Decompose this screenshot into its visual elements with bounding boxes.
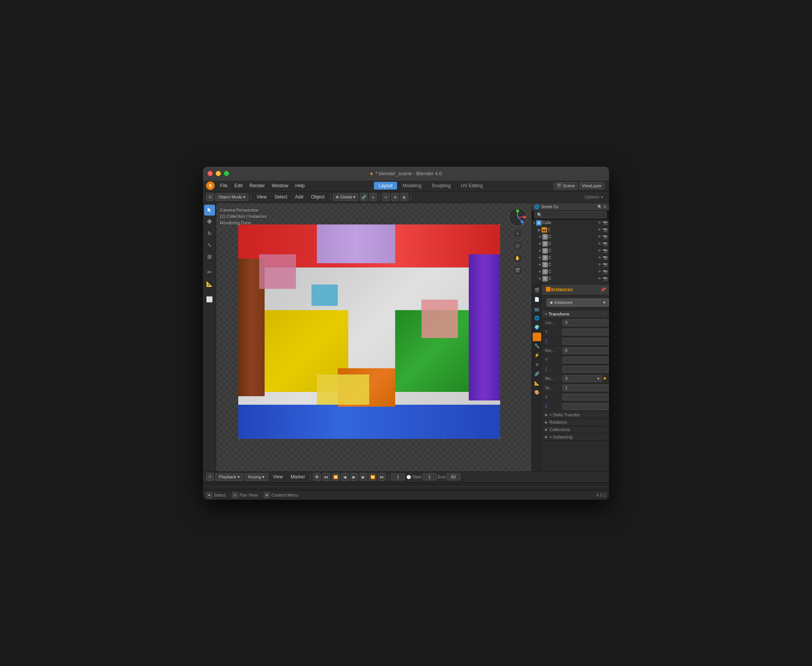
jump-next-key-button[interactable]: ⏩ (369, 473, 377, 481)
relations-section[interactable]: ▶ Relations ⋯ (542, 419, 609, 426)
mode-dot[interactable] (604, 377, 606, 380)
step-forward-button[interactable]: ▶ (360, 473, 367, 481)
pivot-dropdown[interactable]: ⊕ Global ▾ (333, 193, 359, 201)
item6-eye-icon[interactable]: 👁 (598, 269, 602, 274)
cursor-tool[interactable] (204, 205, 215, 216)
outliner-item-4[interactable]: ▼ ▽ C 👁 📷 (532, 254, 609, 261)
outliner-item-7[interactable]: ▼ ▽ C 👁 📷 (532, 275, 609, 282)
transform-tool[interactable]: ⊞ (204, 251, 215, 262)
object-mode-dropdown[interactable]: Object Mode ▾ (215, 193, 248, 201)
fullscreen-button[interactable] (224, 171, 229, 176)
item7-cam-icon[interactable]: 📷 (603, 276, 607, 281)
camera-exclude-icon[interactable]: 📷 (603, 221, 607, 225)
toolbar-object[interactable]: Object (308, 193, 328, 200)
outliner-filter-icon[interactable]: 🔍 (597, 205, 602, 209)
measure-tool[interactable]: 📐 (204, 278, 215, 289)
loc-z-input[interactable] (563, 338, 609, 345)
item-cam-icon[interactable]: 📷 (603, 228, 607, 232)
play-button[interactable]: ▶ (350, 473, 358, 481)
item5-eye-icon[interactable]: 👁 (598, 262, 602, 267)
move-tool[interactable]: ✥ (204, 216, 215, 227)
camera-view-button[interactable]: 🎥 (512, 240, 523, 251)
outliner-item-2[interactable]: ▼ ▽ C 👁 📷 (532, 240, 609, 247)
outliner-item-cam[interactable]: ▶ 📷 C 👁 📷 (532, 226, 609, 233)
snap-icon[interactable]: 🔗 (360, 193, 368, 201)
rot-z-input[interactable] (563, 366, 609, 373)
constraints-properties-icon[interactable]: 🔗 (533, 370, 541, 378)
item4-cam-icon[interactable]: 📷 (603, 255, 607, 260)
mode-dropdown[interactable]: X ▾ (563, 375, 602, 382)
timeline-track[interactable] (203, 483, 609, 490)
header-menu-icon[interactable]: ☰ (206, 193, 214, 201)
viewport-shading-icon[interactable]: ◐ (401, 193, 408, 201)
item-eye-icon[interactable]: 👁 (598, 228, 602, 232)
render-properties-icon[interactable]: 🎬 (533, 286, 541, 295)
pin-icon[interactable]: 📌 (600, 287, 606, 292)
outliner-search-input[interactable] (534, 211, 607, 218)
outliner-item-3[interactable]: ▼ ▽ C 👁 📷 (532, 247, 609, 254)
render-preview-button[interactable]: 🎬 (512, 265, 523, 276)
toolbar-view[interactable]: View (253, 193, 270, 200)
workspace-layout[interactable]: Layout (374, 182, 397, 190)
menu-help[interactable]: Help (292, 182, 308, 189)
add-cube-tool[interactable]: ⬜ (204, 294, 215, 305)
start-frame-input[interactable] (423, 473, 437, 480)
outliner-item-5[interactable]: ▼ ▽ C 👁 📷 (532, 261, 609, 268)
zoom-in-button[interactable]: + (512, 228, 523, 239)
particles-properties-icon[interactable]: ⚡ (533, 351, 541, 360)
menu-edit[interactable]: Edit (231, 182, 246, 189)
modifier-properties-icon[interactable]: 🔧 (533, 342, 541, 350)
annotate-tool[interactable]: ✏ (204, 267, 215, 278)
menu-render[interactable]: Render (246, 182, 268, 189)
world-properties-icon[interactable]: 🌍 (533, 323, 541, 332)
data-properties-icon[interactable]: 📐 (533, 379, 541, 388)
gizmo-icon[interactable]: ⊞ (391, 193, 399, 201)
end-frame-input[interactable] (446, 473, 460, 480)
item1-eye-icon[interactable]: 👁 (598, 235, 602, 239)
scale-tool[interactable]: ⤡ (204, 240, 215, 250)
item5-cam-icon[interactable]: 📷 (603, 262, 607, 267)
object-properties-icon[interactable] (533, 333, 541, 341)
item2-cam-icon[interactable]: 📷 (603, 242, 607, 246)
visibility-icon[interactable]: 👁 (598, 221, 602, 225)
output-properties-icon[interactable]: 📄 (533, 295, 541, 304)
viewport[interactable]: Camera Perspective (1) Collection | Inst… (216, 203, 532, 471)
grab-button[interactable]: ✋ (512, 253, 523, 264)
instancing-section[interactable]: ▶ > Instancing ⋯ (542, 433, 609, 441)
scene-properties-icon[interactable]: 🌐 (533, 314, 541, 323)
instances-dropdown[interactable]: ■ Instances ▾ (547, 298, 609, 307)
step-back-button[interactable]: ◀ (341, 473, 349, 481)
sca-z-input[interactable] (563, 403, 609, 410)
outliner-filter2-icon[interactable]: ⚙ (603, 205, 607, 209)
outliner-item-1[interactable]: ▼ ▽ C 👁 📷 (532, 233, 609, 240)
toolbar-select[interactable]: Select (271, 193, 290, 200)
loc-y-input[interactable] (563, 329, 609, 335)
menu-window[interactable]: Window (268, 182, 291, 189)
jump-prev-key-button[interactable]: ⏪ (332, 473, 339, 481)
rot-x-input[interactable] (563, 347, 609, 354)
item1-cam-icon[interactable]: 📷 (603, 235, 607, 239)
material-properties-icon[interactable]: 🎨 (533, 388, 541, 397)
loc-x-input[interactable] (563, 319, 609, 326)
sca-x-input[interactable] (563, 385, 609, 391)
physics-properties-icon[interactable]: ⊕ (533, 361, 541, 369)
minimize-button[interactable] (216, 171, 221, 176)
timeline-marker[interactable]: Marker (287, 473, 308, 480)
jump-last-button[interactable]: ⏭ (378, 473, 386, 481)
item2-eye-icon[interactable]: 👁 (598, 242, 602, 246)
delta-transform-section[interactable]: ▶ > Delta Transfor ⋯ (542, 411, 609, 419)
transform-section-header[interactable]: ▾ Transform ⋯ (542, 310, 609, 318)
close-button[interactable] (208, 171, 213, 176)
item4-eye-icon[interactable]: 👁 (598, 255, 602, 260)
timeline-header-icon[interactable]: ⏱ (206, 473, 214, 481)
viewlayer-selector[interactable]: ViewLayer (579, 182, 604, 189)
current-frame-input[interactable] (391, 473, 405, 480)
workspace-uv-editing[interactable]: UV Editing (456, 182, 487, 190)
item7-eye-icon[interactable]: 👁 (598, 276, 602, 281)
proportional-icon[interactable]: ◎ (369, 193, 377, 201)
outliner-scene-root[interactable]: ▾ ■ Colle 👁 📷 (532, 219, 609, 226)
item3-cam-icon[interactable]: 📷 (603, 248, 607, 253)
timeline-view[interactable]: View (270, 473, 286, 480)
item3-eye-icon[interactable]: 👁 (598, 248, 602, 253)
menu-file[interactable]: File (217, 182, 231, 189)
